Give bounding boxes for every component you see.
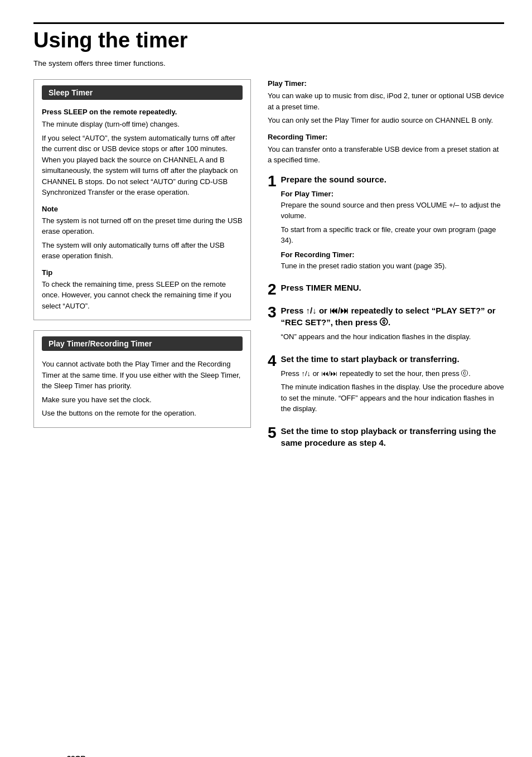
tip-title: Tip: [42, 268, 243, 277]
step-4: 4Set the time to start playback or trans…: [268, 353, 504, 417]
step-number-3: 3: [268, 305, 277, 320]
step-sub-heading-1-0: For Play Timer:: [281, 190, 504, 198]
sleep-para-2: If you select “AUTO”, the system automat…: [42, 133, 243, 198]
step-sub-text-4-0: The minute indication flashes in the dis…: [281, 382, 504, 414]
step-sub-text-4-0: Press ↑/↓ or ⏮/⏭ repeatedly to set the h…: [281, 368, 504, 379]
step-number-5: 5: [268, 425, 277, 441]
note-para-2: The system will only automatically turns…: [42, 240, 243, 262]
step-sub-text-1-0: Prepare the sound source and then press …: [281, 200, 504, 221]
sleep-press-title: Press SLEEP on the remote repeatedly.: [42, 108, 243, 116]
play-timer-intro-3: Use the buttons on the remote for the op…: [42, 408, 243, 419]
step-sub-text-3-0: “ON” appears and the hour indication fla…: [281, 331, 504, 343]
play-timer-p1: You can wake up to music from disc, iPod…: [268, 90, 504, 112]
play-timer-title: Play Timer:: [268, 79, 504, 88]
play-timer-intro-2: Make sure you have set the clock.: [42, 394, 243, 406]
steps-container: 1Prepare the sound source.For Play Timer…: [268, 173, 504, 452]
page-number: 38GB: [67, 754, 86, 757]
step-5: 5Set the time to stop playback or transf…: [268, 425, 504, 452]
step-heading-5: Set the time to stop playback or transfe…: [281, 425, 504, 449]
step-number-4: 4: [268, 353, 277, 369]
step-sub-text-1-1: Tune in the preset radio station you wan…: [281, 261, 504, 272]
step-heading-1: Prepare the sound source.: [281, 173, 504, 185]
sleep-para-1: The minute display (turn-off time) chang…: [42, 119, 243, 130]
step-1: 1Prepare the sound source.For Play Timer…: [268, 173, 504, 274]
step-heading-2: Press TIMER MENU.: [281, 282, 504, 293]
right-column: Play Timer: You can wake up to music fro…: [268, 79, 504, 460]
intro-text: The system offers three timer functions.: [33, 58, 504, 69]
tip-para: To check the remaining time, press SLEEP…: [42, 279, 243, 312]
note-para-1: The system is not turned off on the pres…: [42, 215, 243, 237]
sleep-timer-section: Sleep Timer Press SLEEP on the remote re…: [33, 79, 251, 320]
step-heading-3: Press ↑/↓ or ⏮/⏭ repeatedly to select “P…: [281, 305, 504, 328]
page-title: Using the timer: [33, 22, 504, 52]
step-sub-text-1-0: To start from a specific track or file, …: [281, 224, 504, 246]
play-timer-intro-1: You cannot activate both the Play Timer …: [42, 359, 243, 392]
step-number-2: 2: [268, 282, 277, 297]
note-title: Note: [42, 205, 243, 213]
recording-timer-title: Recording Timer:: [268, 133, 504, 141]
play-timer-heading: Play Timer/Recording Timer: [42, 336, 243, 351]
step-3: 3Press ↑/↓ or ⏮/⏭ repeatedly to select “…: [268, 305, 504, 345]
step-heading-4: Set the time to start playback or transf…: [281, 353, 504, 365]
recording-timer-p: You can transfer onto a transferable USB…: [268, 144, 504, 166]
step-sub-heading-1-1: For Recording Timer:: [281, 250, 504, 259]
play-timer-p2: You can only set the Play Timer for audi…: [268, 115, 504, 126]
sleep-timer-heading: Sleep Timer: [42, 85, 243, 100]
step-number-1: 1: [268, 173, 277, 189]
play-timer-section: Play Timer/Recording Timer You cannot ac…: [33, 330, 251, 428]
step-2: 2Press TIMER MENU.: [268, 282, 504, 297]
left-column: Sleep Timer Press SLEEP on the remote re…: [33, 79, 251, 460]
